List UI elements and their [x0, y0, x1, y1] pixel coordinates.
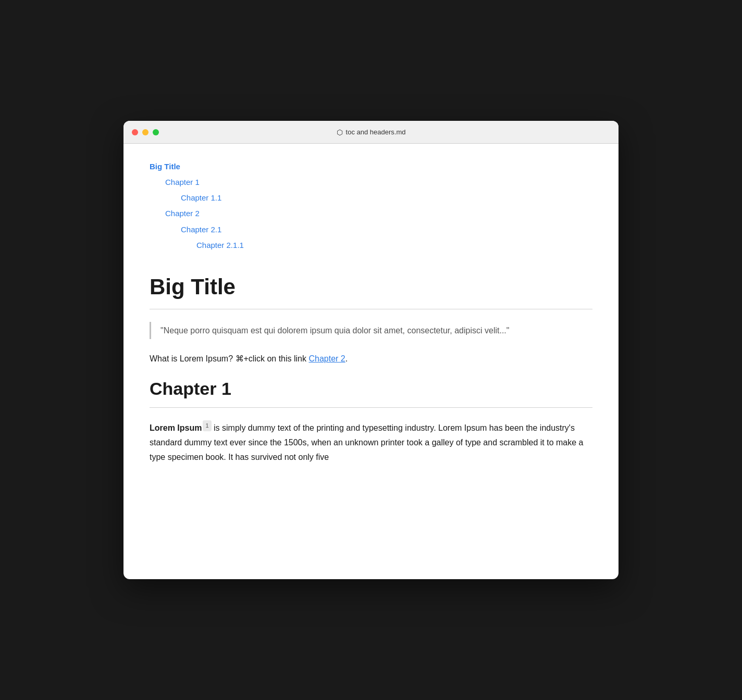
toc-chapter1-link[interactable]: Chapter 1: [165, 178, 200, 186]
toc-chapter1: Chapter 1: [165, 174, 592, 190]
window-title: toc and headers.md: [346, 128, 406, 136]
blockquote-text: "Neque porro quisquam est qui dolorem ip…: [160, 326, 509, 335]
file-icon: ⬡: [337, 128, 343, 136]
app-window: ⬡ toc and headers.md Big Title Chapter 1…: [123, 121, 619, 579]
toc-chapter2: Chapter 2: [165, 206, 592, 221]
paragraph-prefix: What is Lorem Ipsum? ⌘+click on this lin…: [150, 354, 308, 363]
minimize-button[interactable]: [142, 129, 149, 135]
toc-chapter2-link[interactable]: Chapter 2: [165, 209, 200, 218]
toc-chapter2-1-1-link[interactable]: Chapter 2.1.1: [196, 241, 244, 249]
traffic-lights: [132, 129, 159, 135]
toc-big-title-link[interactable]: Big Title: [150, 162, 180, 171]
toc-chapter1-1: Chapter 1.1: [181, 190, 592, 206]
paragraph-suffix: .: [345, 354, 348, 363]
toc-chapter2-1-link[interactable]: Chapter 2.1: [181, 225, 221, 234]
maximize-button[interactable]: [153, 129, 159, 135]
title-divider: [150, 309, 592, 309]
lorem-ipsum-paragraph: What is Lorem Ipsum? ⌘+click on this lin…: [150, 352, 592, 366]
main-big-title: Big Title: [150, 274, 592, 300]
content-area: Big Title Chapter 1 Chapter 1.1 Chapter …: [123, 144, 619, 579]
toc-big-title: Big Title: [150, 159, 592, 174]
chapter1-divider: [150, 407, 592, 408]
toc-chapter2-1-1: Chapter 2.1.1: [196, 238, 592, 253]
chapter2-link[interactable]: Chapter 2: [308, 354, 345, 363]
body-text-content: is simply dummy text of the printing and…: [150, 423, 583, 461]
footnote-ref-1[interactable]: 1: [203, 420, 211, 431]
titlebar: ⬡ toc and headers.md: [123, 121, 619, 144]
titlebar-title: ⬡ toc and headers.md: [337, 128, 406, 136]
close-button[interactable]: [132, 129, 138, 135]
chapter1-heading: Chapter 1: [150, 379, 592, 399]
toc-chapter1-1-link[interactable]: Chapter 1.1: [181, 193, 221, 202]
lorem-ipsum-bold: Lorem Ipsum: [150, 423, 202, 432]
toc-chapter2-1: Chapter 2.1: [181, 222, 592, 238]
table-of-contents: Big Title Chapter 1 Chapter 1.1 Chapter …: [150, 159, 592, 253]
blockquote: "Neque porro quisquam est qui dolorem ip…: [150, 322, 592, 340]
body-paragraph: Lorem Ipsum1 is simply dummy text of the…: [150, 420, 592, 465]
